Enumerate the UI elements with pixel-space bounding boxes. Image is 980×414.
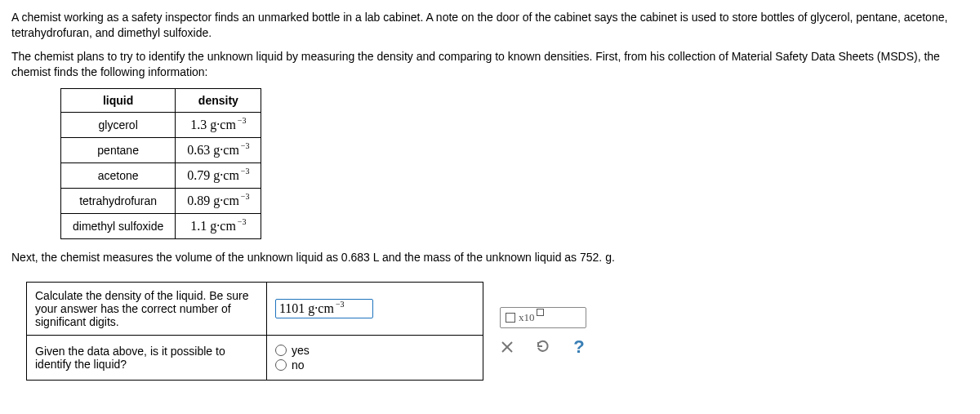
density-table: liquid density glycerol 1.3 g·cm−3 penta… <box>60 88 261 239</box>
reset-button[interactable] <box>536 340 550 354</box>
answer-block: Calculate the density of the liquid. Be … <box>26 282 969 381</box>
table-row: pentane 0.63 g·cm−3 <box>61 137 261 162</box>
measurement-line: Next, the chemist measures the volume of… <box>11 251 969 264</box>
clear-button[interactable] <box>500 340 514 354</box>
tool-column: x10 ? <box>500 282 586 381</box>
radio-yes[interactable]: yes <box>275 344 474 357</box>
liquid-name: pentane <box>61 137 176 162</box>
close-icon <box>500 340 514 354</box>
table-header-row: liquid density <box>61 88 261 112</box>
radio-label: yes <box>292 344 310 357</box>
liquid-name: acetone <box>61 162 176 188</box>
liquid-name: tetrahydrofuran <box>61 188 176 213</box>
table-row: glycerol 1.3 g·cm−3 <box>61 112 261 137</box>
scientific-notation-button[interactable]: x10 <box>500 307 586 328</box>
radio-icon <box>275 345 287 356</box>
liquid-density: 0.63 g·cm−3 <box>176 137 261 162</box>
header-density: density <box>176 88 261 112</box>
liquid-density: 1.3 g·cm−3 <box>176 112 261 137</box>
liquid-density: 0.89 g·cm−3 <box>176 188 261 213</box>
liquid-density: 0.79 g·cm−3 <box>176 162 261 188</box>
answer-density-cell: 1101 g·cm−3 <box>266 282 483 335</box>
radio-label: no <box>292 358 305 372</box>
question-identify: Given the data above, is it possible to … <box>27 335 267 380</box>
radio-no[interactable]: no <box>275 358 474 372</box>
undo-icon <box>536 340 550 354</box>
liquid-density: 1.1 g·cm−3 <box>176 213 261 238</box>
problem-intro: A chemist working as a safety inspector … <box>11 10 969 80</box>
answer-identify-cell: yes no <box>266 335 483 380</box>
question-density: Calculate the density of the liquid. Be … <box>27 282 267 335</box>
liquid-name: glycerol <box>61 112 176 137</box>
table-row: dimethyl sulfoxide 1.1 g·cm−3 <box>61 213 261 238</box>
radio-icon <box>275 359 287 371</box>
header-liquid: liquid <box>61 88 176 112</box>
density-input[interactable]: 1101 g·cm−3 <box>275 299 373 318</box>
intro-paragraph-1: A chemist working as a safety inspector … <box>11 10 969 41</box>
qa-table: Calculate the density of the liquid. Be … <box>26 282 483 381</box>
table-row: acetone 0.79 g·cm−3 <box>61 162 261 188</box>
table-row: tetrahydrofuran 0.89 g·cm−3 <box>61 188 261 213</box>
intro-paragraph-2: The chemist plans to try to identify the… <box>11 49 969 80</box>
button-row: ? <box>500 340 586 354</box>
sci-label: x10 <box>519 311 535 324</box>
help-button[interactable]: ? <box>572 340 586 354</box>
superscript-box-icon <box>537 309 544 316</box>
liquid-name: dimethyl sulfoxide <box>61 213 176 238</box>
box-icon <box>506 313 515 323</box>
